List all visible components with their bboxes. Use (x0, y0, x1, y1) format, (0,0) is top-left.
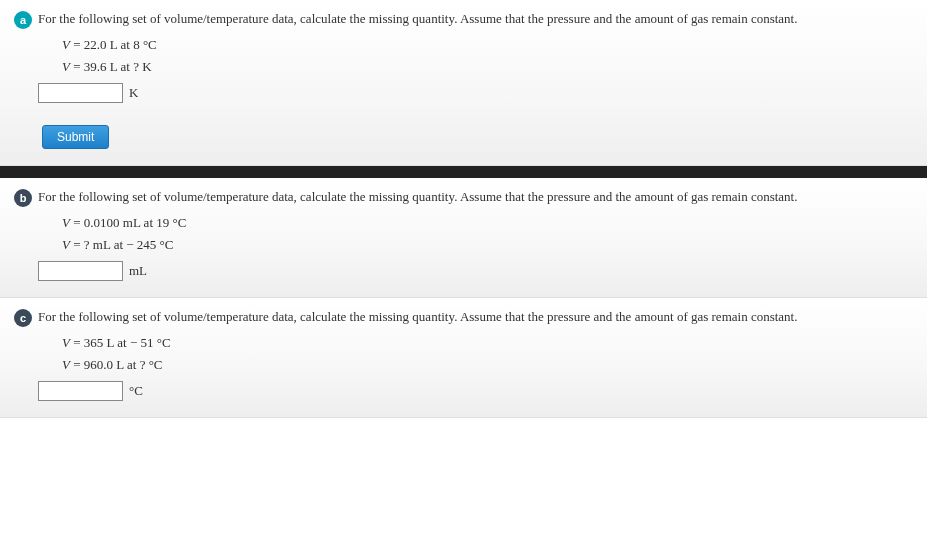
answer-row-b: mL (38, 261, 913, 281)
given-b-line1-rest: = 0.0100 mL at 19 °C (70, 215, 186, 230)
section-separator (0, 166, 927, 178)
given-b: V = 0.0100 mL at 19 °C V = ? mL at − 245… (62, 215, 913, 253)
given-c-line2-rest: = 960.0 L at ? °C (70, 357, 163, 372)
given-a-line2-rest: = 39.6 L at ? K (70, 59, 152, 74)
question-row-a: a For the following set of volume/temper… (14, 10, 913, 29)
answer-row-a: K (38, 83, 913, 103)
question-row-c: c For the following set of volume/temper… (14, 308, 913, 327)
part-a: a For the following set of volume/temper… (0, 0, 927, 166)
unit-a: K (129, 85, 138, 101)
submit-wrap-a: Submit (42, 125, 913, 149)
prompt-a: For the following set of volume/temperat… (38, 10, 797, 28)
answer-input-b[interactable] (38, 261, 123, 281)
var-v: V (62, 59, 70, 74)
badge-a: a (14, 11, 32, 29)
part-b: b For the following set of volume/temper… (0, 178, 927, 298)
var-v: V (62, 237, 70, 252)
given-c-line1: V = 365 L at − 51 °C (62, 335, 913, 351)
given-c: V = 365 L at − 51 °C V = 960.0 L at ? °C (62, 335, 913, 373)
unit-b: mL (129, 263, 147, 279)
question-row-b: b For the following set of volume/temper… (14, 188, 913, 207)
given-b-line1: V = 0.0100 mL at 19 °C (62, 215, 913, 231)
unit-c: °C (129, 383, 143, 399)
given-b-line2: V = ? mL at − 245 °C (62, 237, 913, 253)
var-v: V (62, 37, 70, 52)
answer-input-a[interactable] (38, 83, 123, 103)
given-a-line2: V = 39.6 L at ? K (62, 59, 913, 75)
var-v: V (62, 335, 70, 350)
given-a-line1: V = 22.0 L at 8 °C (62, 37, 913, 53)
prompt-b: For the following set of volume/temperat… (38, 188, 797, 206)
given-c-line1-rest: = 365 L at − 51 °C (70, 335, 171, 350)
given-c-line2: V = 960.0 L at ? °C (62, 357, 913, 373)
given-b-line2-rest: = ? mL at − 245 °C (70, 237, 174, 252)
answer-input-c[interactable] (38, 381, 123, 401)
given-a: V = 22.0 L at 8 °C V = 39.6 L at ? K (62, 37, 913, 75)
var-v: V (62, 357, 70, 372)
answer-row-c: °C (38, 381, 913, 401)
given-a-line1-rest: = 22.0 L at 8 °C (70, 37, 157, 52)
badge-b: b (14, 189, 32, 207)
submit-button[interactable]: Submit (42, 125, 109, 149)
part-c: c For the following set of volume/temper… (0, 298, 927, 418)
badge-c: c (14, 309, 32, 327)
prompt-c: For the following set of volume/temperat… (38, 308, 797, 326)
var-v: V (62, 215, 70, 230)
